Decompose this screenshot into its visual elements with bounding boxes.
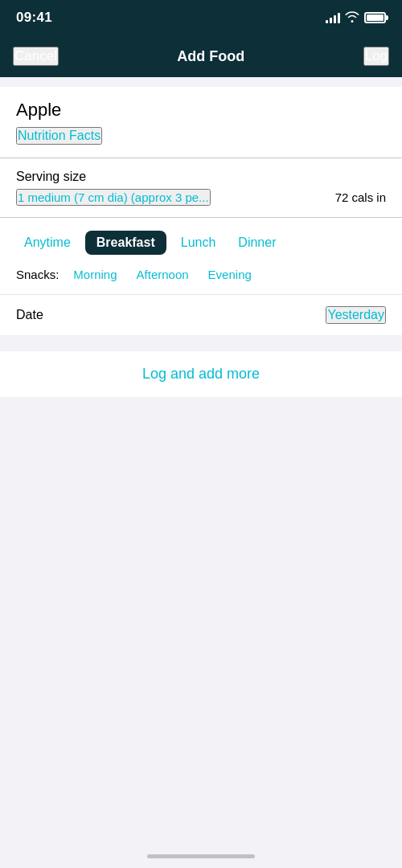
- status-bar: 09:41: [0, 0, 402, 35]
- date-value[interactable]: Yesterday: [326, 306, 386, 324]
- nutrition-facts-button[interactable]: Nutrition Facts: [16, 127, 102, 145]
- section-gap-2: [0, 335, 402, 345]
- serving-value[interactable]: 1 medium (7 cm dia) (approx 3 pe...: [16, 189, 211, 206]
- cancel-button[interactable]: Cancel: [13, 47, 59, 66]
- page-title: Add Food: [177, 48, 244, 65]
- snacks-row: Snacks: Morning Afternoon Evening: [16, 264, 386, 285]
- serving-row: 1 medium (7 cm dia) (approx 3 pe... 72 c…: [16, 189, 386, 206]
- serving-section: Serving size 1 medium (7 cm dia) (approx…: [0, 158, 402, 217]
- meal-section: Anytime Breakfast Lunch Dinner Snacks: M…: [0, 218, 402, 294]
- section-gap-top: [0, 77, 402, 87]
- breakfast-button[interactable]: Breakfast: [85, 231, 166, 255]
- status-time: 09:41: [16, 10, 52, 26]
- dinner-button[interactable]: Dinner: [230, 231, 284, 255]
- nav-bar: Cancel Add Food Log: [0, 35, 402, 77]
- battery-icon: [364, 12, 386, 23]
- signal-icon: [326, 12, 340, 23]
- wifi-icon: [345, 11, 359, 25]
- log-add-section: Log and add more: [0, 351, 402, 397]
- evening-button[interactable]: Evening: [200, 264, 260, 285]
- food-section: Apple Nutrition Facts: [0, 87, 402, 158]
- calories-value: 72 cals in: [335, 190, 386, 204]
- morning-button[interactable]: Morning: [65, 264, 125, 285]
- home-indicator: [147, 854, 255, 858]
- date-label: Date: [16, 308, 43, 322]
- date-section: Date Yesterday: [0, 294, 402, 335]
- afternoon-button[interactable]: Afternoon: [129, 264, 197, 285]
- food-name: Apple: [16, 100, 386, 121]
- log-add-more-button[interactable]: Log and add more: [142, 366, 260, 383]
- lunch-button[interactable]: Lunch: [173, 231, 224, 255]
- serving-label: Serving size: [16, 170, 386, 184]
- status-icons: [326, 11, 386, 25]
- meal-row: Anytime Breakfast Lunch Dinner: [16, 231, 386, 255]
- log-button[interactable]: Log: [363, 47, 389, 66]
- snacks-label: Snacks:: [16, 268, 59, 281]
- anytime-button[interactable]: Anytime: [16, 231, 79, 255]
